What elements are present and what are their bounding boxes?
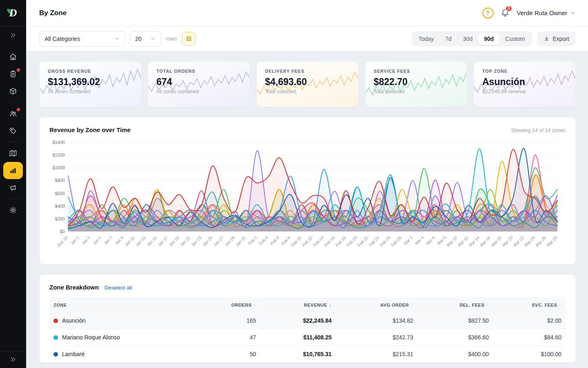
svg-text:Feb 26: Feb 26 bbox=[379, 235, 391, 247]
del-fees-cell: $827.50 bbox=[417, 317, 493, 324]
stat-card-delivery-fees: DELIVERY FEES $4,693.60 Total collected bbox=[256, 61, 359, 107]
svg-text:Feb 14: Feb 14 bbox=[312, 235, 325, 247]
double-chevron-right-icon bbox=[9, 31, 17, 39]
svg-text:Mar 12: Mar 12 bbox=[457, 235, 469, 247]
range-button-today[interactable]: Today bbox=[413, 33, 439, 45]
chevron-down-icon bbox=[570, 10, 576, 16]
notification-dot bbox=[17, 68, 20, 72]
user-name: Verde Ruta Owner bbox=[517, 9, 567, 16]
range-button-90d[interactable]: 90d bbox=[478, 33, 499, 45]
rows-label: rows bbox=[166, 36, 177, 42]
svc-fees-cell: $2.00 bbox=[493, 317, 566, 324]
range-button-30d[interactable]: 30d bbox=[457, 33, 478, 45]
zone-breakdown-card: Zone Breakdown Deselect all ZONE↕ORDERS↕… bbox=[39, 274, 576, 363]
export-button[interactable]: Export bbox=[537, 31, 576, 46]
svg-text:Feb 24: Feb 24 bbox=[368, 235, 380, 247]
del-fees-cell: $366.60 bbox=[417, 334, 493, 341]
range-button-custom[interactable]: Custom bbox=[499, 33, 530, 45]
brand-logo[interactable]: D bbox=[0, 0, 26, 26]
column-header-avg-order[interactable]: AVG ORDER↕ bbox=[336, 303, 417, 307]
svg-text:Jan 17: Jan 17 bbox=[157, 235, 169, 247]
filter-toolbar: All Categories 20 rows Today7d30d90dCust… bbox=[26, 26, 588, 52]
revenue-zone-chart[interactable]: $1400$1200$1000$800$600$400$200$0Dec 30J… bbox=[49, 137, 566, 257]
sidebar-item-zones-map[interactable] bbox=[3, 145, 23, 162]
sidebar-item-tags[interactable] bbox=[3, 122, 23, 139]
svg-text:Mar 20: Mar 20 bbox=[501, 235, 514, 247]
zone-cell: Lambaré bbox=[49, 351, 207, 357]
svg-text:$400: $400 bbox=[55, 204, 65, 209]
column-header-revenue[interactable]: REVENUE↓ bbox=[260, 303, 336, 307]
svc-fees-cell: $84.60 bbox=[493, 334, 566, 341]
avg-order-cell: $215.31 bbox=[336, 351, 417, 357]
table-row[interactable]: Lambaré50$10,765.31$215.31$400.00$100.00 bbox=[49, 346, 566, 363]
sidebar-item-home[interactable] bbox=[3, 48, 23, 65]
svg-text:Jan 13: Jan 13 bbox=[135, 235, 147, 247]
sort-icon: ↕ bbox=[559, 303, 562, 307]
svg-text:Feb 12: Feb 12 bbox=[301, 235, 314, 247]
sidebar-item-settings[interactable] bbox=[3, 202, 23, 219]
svg-text:Mar 2: Mar 2 bbox=[403, 235, 414, 246]
top-header: By Zone ? 3 Verde Ruta Owner bbox=[26, 0, 588, 26]
range-button-7d[interactable]: 7d bbox=[439, 33, 457, 45]
chart-title: Revenue by Zone over Time bbox=[49, 126, 131, 133]
sort-desc-icon: ↓ bbox=[329, 303, 332, 307]
del-fees-cell: $400.00 bbox=[417, 351, 493, 357]
user-menu[interactable]: Verde Ruta Owner bbox=[517, 9, 576, 16]
orders-cell: 50 bbox=[207, 351, 260, 357]
sidebar-item-marketing[interactable] bbox=[3, 179, 23, 196]
clipboard-icon bbox=[9, 70, 17, 78]
revenue-chart-card: Revenue by Zone over Time Showing 14 of … bbox=[39, 117, 576, 265]
svg-text:Jan 1: Jan 1 bbox=[70, 235, 80, 245]
download-icon bbox=[543, 36, 550, 42]
svc-fees-cell: $100.00 bbox=[493, 351, 566, 357]
avg-order-cell: $134.82 bbox=[336, 317, 417, 324]
svg-text:Feb 10: Feb 10 bbox=[290, 235, 302, 247]
revenue-cell: $11,408.25 bbox=[260, 334, 336, 341]
table-row[interactable]: Asunción165$22,245.84$134.82$827.50$2.00 bbox=[49, 312, 566, 329]
rows-select[interactable]: 20 bbox=[130, 31, 161, 47]
table-header-row: ZONE↕ORDERS↕REVENUE↓AVG ORDER↕DEL. FEES↕… bbox=[49, 297, 566, 312]
table-title: Zone Breakdown bbox=[49, 284, 99, 291]
chart-zone-count: Showing 14 of 14 zones bbox=[511, 128, 566, 133]
stat-cards-row: GROSS REVENUE $131,369.02 All zones comb… bbox=[39, 61, 576, 107]
map-icon bbox=[9, 149, 17, 157]
svg-text:Jan 7: Jan 7 bbox=[103, 235, 113, 245]
svg-text:Feb 4: Feb 4 bbox=[258, 235, 269, 246]
zone-cell: Mariano Roque Alonso bbox=[49, 334, 207, 341]
category-select[interactable]: All Categories bbox=[39, 31, 125, 47]
divider bbox=[6, 199, 20, 199]
deselect-all-link[interactable]: Deselect all bbox=[105, 285, 132, 291]
column-header-orders[interactable]: ORDERS↕ bbox=[207, 303, 260, 307]
sort-icon: ↕ bbox=[411, 303, 414, 307]
svg-text:Mar 14: Mar 14 bbox=[468, 235, 480, 247]
divider bbox=[6, 142, 20, 142]
help-button[interactable]: ? bbox=[483, 8, 493, 18]
table-row[interactable]: Mariano Roque Alonso47$11,408.25$242.73$… bbox=[49, 329, 566, 346]
sidebar-collapse-button[interactable] bbox=[0, 351, 26, 368]
svg-text:$1400: $1400 bbox=[52, 140, 65, 145]
sidebar-item-products[interactable] bbox=[3, 83, 23, 100]
svg-text:$600: $600 bbox=[55, 191, 65, 196]
megaphone-icon bbox=[9, 184, 17, 192]
save-view-button[interactable] bbox=[182, 32, 196, 46]
svg-text:Mar 6: Mar 6 bbox=[425, 235, 436, 246]
sidebar-item-analytics[interactable] bbox=[3, 162, 23, 179]
column-header-del-fees[interactable]: DEL. FEES↕ bbox=[417, 303, 493, 307]
notifications-button[interactable]: 3 bbox=[501, 8, 510, 18]
column-header-svc-fees[interactable]: SVC. FEES↕ bbox=[493, 303, 566, 307]
svg-text:$200: $200 bbox=[55, 216, 65, 221]
svg-text:$800: $800 bbox=[55, 178, 65, 183]
sidebar-item-orders[interactable] bbox=[3, 65, 23, 83]
column-header-zone[interactable]: ZONE↕ bbox=[49, 303, 207, 307]
sidebar-expand-button[interactable] bbox=[0, 26, 26, 44]
zone-cell: Asunción bbox=[49, 317, 207, 324]
svg-text:Jan 25: Jan 25 bbox=[201, 235, 213, 247]
svg-text:Mar 16: Mar 16 bbox=[479, 235, 491, 247]
chevron-down-icon bbox=[150, 36, 156, 41]
home-icon bbox=[9, 53, 17, 61]
sort-icon: ↕ bbox=[254, 303, 256, 307]
sort-icon: ↕ bbox=[487, 303, 489, 307]
page-title: By Zone bbox=[39, 9, 67, 17]
sidebar-item-customers[interactable] bbox=[3, 105, 23, 122]
revenue-cell: $22,245.84 bbox=[260, 317, 336, 324]
